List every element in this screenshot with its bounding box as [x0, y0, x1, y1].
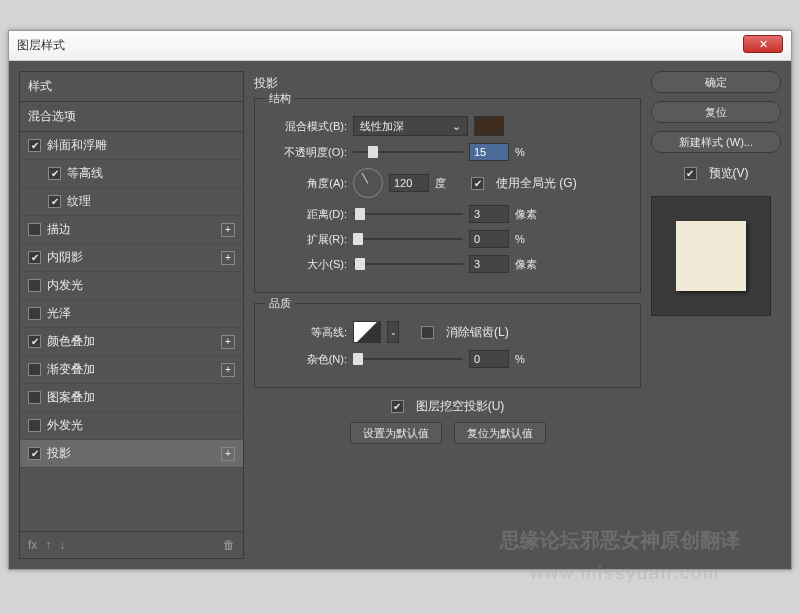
noise-slider[interactable]	[353, 351, 463, 367]
size-unit: 像素	[515, 257, 545, 272]
blend-options-row[interactable]: 混合选项	[20, 102, 243, 132]
effects-sidebar: 样式 混合选项 斜面和浮雕等高线纹理描边+内阴影+内发光光泽颜色叠加+渐变叠加+…	[19, 71, 244, 559]
global-light-label: 使用全局光 (G)	[496, 175, 577, 192]
effect-checkbox[interactable]	[48, 167, 61, 180]
opacity-slider[interactable]	[353, 144, 463, 160]
sidebar-footer: fx ↑ ↓ 🗑	[20, 531, 243, 558]
add-effect-icon[interactable]: +	[221, 363, 235, 377]
contour-dropdown[interactable]: ⌄	[387, 321, 399, 343]
effect-checkbox[interactable]	[28, 447, 41, 460]
antialias-checkbox[interactable]	[421, 326, 434, 339]
effect-checkbox[interactable]	[28, 363, 41, 376]
effect-row-3[interactable]: 描边+	[20, 216, 243, 244]
effect-label: 等高线	[67, 165, 103, 182]
effect-label: 斜面和浮雕	[47, 137, 107, 154]
angle-unit: 度	[435, 176, 465, 191]
preview-checkbox[interactable]	[684, 167, 697, 180]
effect-checkbox[interactable]	[28, 419, 41, 432]
distance-input[interactable]: 3	[469, 205, 509, 223]
antialias-label: 消除锯齿(L)	[446, 324, 509, 341]
add-effect-icon[interactable]: +	[221, 335, 235, 349]
effect-label: 图案叠加	[47, 389, 95, 406]
effect-checkbox[interactable]	[48, 195, 61, 208]
window-title: 图层样式	[17, 37, 65, 54]
effect-checkbox[interactable]	[28, 335, 41, 348]
effect-checkbox[interactable]	[28, 223, 41, 236]
opacity-unit: %	[515, 146, 545, 158]
angle-input[interactable]: 120	[389, 174, 429, 192]
effect-row-10[interactable]: 外发光	[20, 412, 243, 440]
contour-preview[interactable]	[353, 321, 381, 343]
effect-row-0[interactable]: 斜面和浮雕	[20, 132, 243, 160]
effect-label: 内阴影	[47, 249, 83, 266]
effect-label: 内发光	[47, 277, 83, 294]
opacity-label: 不透明度(O):	[267, 145, 347, 160]
trash-icon[interactable]: 🗑	[223, 538, 235, 552]
blend-mode-select[interactable]: 线性加深⌄	[353, 116, 468, 136]
effect-row-1[interactable]: 等高线	[20, 160, 243, 188]
effect-row-8[interactable]: 渐变叠加+	[20, 356, 243, 384]
reset-default-button[interactable]: 复位为默认值	[454, 422, 546, 444]
effect-row-7[interactable]: 颜色叠加+	[20, 328, 243, 356]
structure-fieldset: 结构 混合模式(B): 线性加深⌄ 不透明度(O): 15 % 角度(A): 1…	[254, 98, 641, 293]
make-default-button[interactable]: 设置为默认值	[350, 422, 442, 444]
knockout-label: 图层挖空投影(U)	[416, 398, 505, 415]
effect-row-6[interactable]: 光泽	[20, 300, 243, 328]
effect-row-2[interactable]: 纹理	[20, 188, 243, 216]
preview-label: 预览(V)	[709, 165, 749, 182]
angle-label: 角度(A):	[267, 176, 347, 191]
effect-label: 外发光	[47, 417, 83, 434]
arrow-up-icon[interactable]: ↑	[45, 538, 51, 552]
add-effect-icon[interactable]: +	[221, 251, 235, 265]
new-style-button[interactable]: 新建样式 (W)...	[651, 131, 781, 153]
effect-row-9[interactable]: 图案叠加	[20, 384, 243, 412]
effect-checkbox[interactable]	[28, 139, 41, 152]
close-button[interactable]: ✕	[743, 35, 783, 53]
titlebar[interactable]: 图层样式 ✕	[9, 31, 791, 61]
noise-unit: %	[515, 353, 545, 365]
cancel-button[interactable]: 复位	[651, 101, 781, 123]
preview-box	[651, 196, 771, 316]
effect-label: 颜色叠加	[47, 333, 95, 350]
effect-checkbox[interactable]	[28, 391, 41, 404]
arrow-down-icon[interactable]: ↓	[59, 538, 65, 552]
effects-list: 斜面和浮雕等高线纹理描边+内阴影+内发光光泽颜色叠加+渐变叠加+图案叠加外发光投…	[20, 132, 243, 468]
effect-checkbox[interactable]	[28, 251, 41, 264]
fx-label[interactable]: fx	[28, 538, 37, 552]
ok-button[interactable]: 确定	[651, 71, 781, 93]
spread-slider[interactable]	[353, 231, 463, 247]
panel-title: 投影	[254, 71, 641, 98]
effect-row-11[interactable]: 投影+	[20, 440, 243, 468]
size-slider[interactable]	[353, 256, 463, 272]
effect-label: 纹理	[67, 193, 91, 210]
spread-input[interactable]: 0	[469, 230, 509, 248]
size-input[interactable]: 3	[469, 255, 509, 273]
global-light-checkbox[interactable]	[471, 177, 484, 190]
distance-slider[interactable]	[353, 206, 463, 222]
effect-label: 投影	[47, 445, 71, 462]
structure-legend: 结构	[265, 91, 295, 106]
effect-label: 描边	[47, 221, 71, 238]
knockout-checkbox[interactable]	[391, 400, 404, 413]
effect-label: 渐变叠加	[47, 361, 95, 378]
effect-checkbox[interactable]	[28, 279, 41, 292]
opacity-input[interactable]: 15	[469, 143, 509, 161]
dialog-body: 样式 混合选项 斜面和浮雕等高线纹理描边+内阴影+内发光光泽颜色叠加+渐变叠加+…	[9, 61, 791, 569]
noise-label: 杂色(N):	[267, 352, 347, 367]
angle-dial[interactable]	[353, 168, 383, 198]
add-effect-icon[interactable]: +	[221, 447, 235, 461]
styles-header[interactable]: 样式	[20, 72, 243, 102]
shadow-color-swatch[interactable]	[474, 116, 504, 136]
chevron-down-icon: ⌄	[452, 120, 461, 133]
add-effect-icon[interactable]: +	[221, 223, 235, 237]
spread-unit: %	[515, 233, 545, 245]
settings-panel: 投影 结构 混合模式(B): 线性加深⌄ 不透明度(O): 15 % 角度(A)…	[254, 71, 641, 559]
effect-checkbox[interactable]	[28, 307, 41, 320]
action-panel: 确定 复位 新建样式 (W)... 预览(V)	[651, 71, 781, 559]
effect-row-4[interactable]: 内阴影+	[20, 244, 243, 272]
quality-fieldset: 品质 等高线: ⌄ 消除锯齿(L) 杂色(N): 0 %	[254, 303, 641, 388]
noise-input[interactable]: 0	[469, 350, 509, 368]
effect-row-5[interactable]: 内发光	[20, 272, 243, 300]
distance-label: 距离(D):	[267, 207, 347, 222]
effect-label: 光泽	[47, 305, 71, 322]
